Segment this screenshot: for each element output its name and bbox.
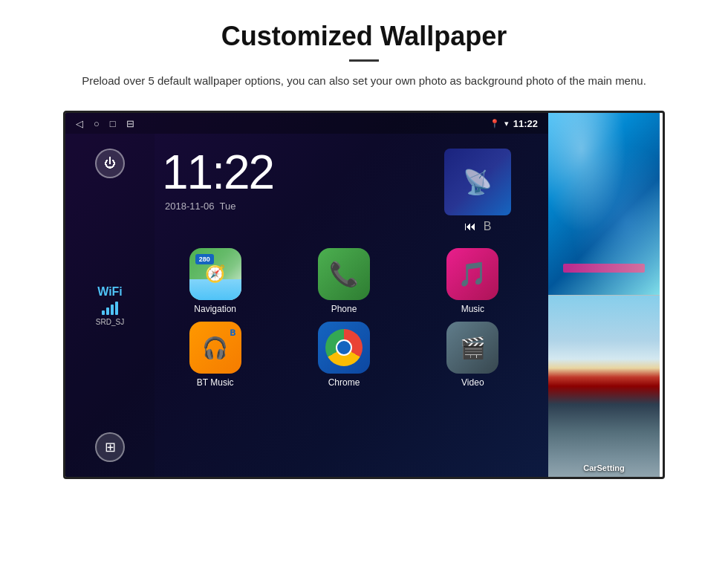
wallpaper-panel-top	[548, 113, 660, 295]
apps-grid: 280 🧭 Navigation 📞 Phone	[155, 241, 541, 395]
navigation-label: Navigation	[194, 304, 236, 314]
android-screen: ◁ ○ □ ⊟ 📍 ▾ 11:22 ⏻	[65, 113, 548, 477]
recents-icon[interactable]: □	[110, 118, 116, 129]
app-bt-music[interactable]: 🎧 ʙ BT Music	[155, 322, 276, 388]
screenshot-icon[interactable]: ⊟	[126, 118, 134, 129]
media-controls: ⏮ B	[464, 220, 492, 233]
page-description: Preload over 5 default wallpaper options…	[45, 72, 683, 90]
app-phone[interactable]: 📞 Phone	[283, 248, 404, 314]
power-button[interactable]: ⏻	[95, 149, 125, 178]
page-title: Customized Wallpaper	[45, 21, 683, 52]
cast-icon: 📡	[463, 168, 493, 196]
power-icon: ⏻	[104, 157, 116, 170]
app-music[interactable]: 🎵 Music	[412, 248, 533, 314]
status-right: 📍 ▾ 11:22	[490, 118, 538, 129]
phone-icon-img: 📞	[318, 248, 370, 300]
prev-track-icon[interactable]: ⏮	[464, 220, 476, 233]
page-header: Customized Wallpaper Preload over 5 defa…	[0, 0, 728, 103]
video-icon-img: 🎬	[446, 322, 498, 374]
title-divider	[349, 59, 379, 62]
nav-badge: 280	[195, 254, 214, 264]
pink-bar	[563, 264, 645, 273]
bt-music-label: BT Music	[197, 377, 234, 388]
clock-widget: 11:22 2018-11-06 Tue	[155, 141, 407, 212]
back-icon[interactable]: ◁	[76, 118, 83, 129]
nav-icons: ◁ ○ □ ⊟	[76, 118, 134, 129]
media-player: 📡 ⏮ B	[422, 141, 541, 233]
media-icon: 📡	[444, 149, 511, 215]
video-label: Video	[461, 377, 484, 388]
chrome-label: Chrome	[328, 377, 360, 388]
music-icon-img: 🎵	[446, 248, 498, 300]
main-content: ⏻ WiFi SRD_SJ ⊞	[65, 134, 548, 477]
signal-icon: ▾	[504, 119, 509, 128]
music-label: Music	[461, 304, 484, 314]
wifi-bar-4	[115, 302, 118, 315]
wifi-bar-2	[106, 307, 109, 315]
wallpaper-panels: CarSetting	[548, 113, 660, 477]
apps-grid-icon: ⊞	[105, 439, 116, 455]
media-label: B	[484, 220, 492, 233]
chrome-icon-img	[318, 322, 370, 374]
clock-time: 11:22	[162, 149, 273, 196]
location-icon: 📍	[490, 119, 500, 128]
status-bar: ◁ ○ □ ⊟ 📍 ▾ 11:22	[65, 113, 548, 134]
android-ui: ◁ ○ □ ⊟ 📍 ▾ 11:22 ⏻	[63, 111, 665, 479]
status-time: 11:22	[513, 118, 538, 129]
navigation-icon-img: 280 🧭	[189, 248, 241, 300]
wifi-ssid: SRD_SJ	[96, 318, 124, 326]
all-apps-button[interactable]: ⊞	[95, 432, 125, 462]
bridge-texture	[548, 296, 660, 478]
app-chrome[interactable]: Chrome	[283, 322, 404, 388]
wifi-widget: WiFi SRD_SJ	[96, 285, 124, 326]
bt-music-icon-img: 🎧 ʙ	[189, 322, 241, 374]
home-icon[interactable]: ○	[94, 118, 100, 129]
app-video[interactable]: 🎬 Video	[412, 322, 533, 388]
app-navigation[interactable]: 280 🧭 Navigation	[155, 248, 276, 314]
chrome-ring	[325, 329, 363, 366]
wifi-bar-1	[102, 310, 105, 315]
left-sidebar: ⏻ WiFi SRD_SJ ⊞	[65, 134, 155, 477]
chrome-center	[336, 339, 352, 356]
phone-label: Phone	[331, 304, 357, 314]
carsetting-label: CarSetting	[548, 463, 660, 472]
wifi-bar-3	[111, 305, 114, 315]
wifi-bars	[96, 302, 124, 315]
wallpaper-panel-bottom: CarSetting	[548, 295, 660, 478]
clock-date: 2018-11-06 Tue	[165, 201, 235, 212]
wifi-label: WiFi	[96, 285, 124, 299]
